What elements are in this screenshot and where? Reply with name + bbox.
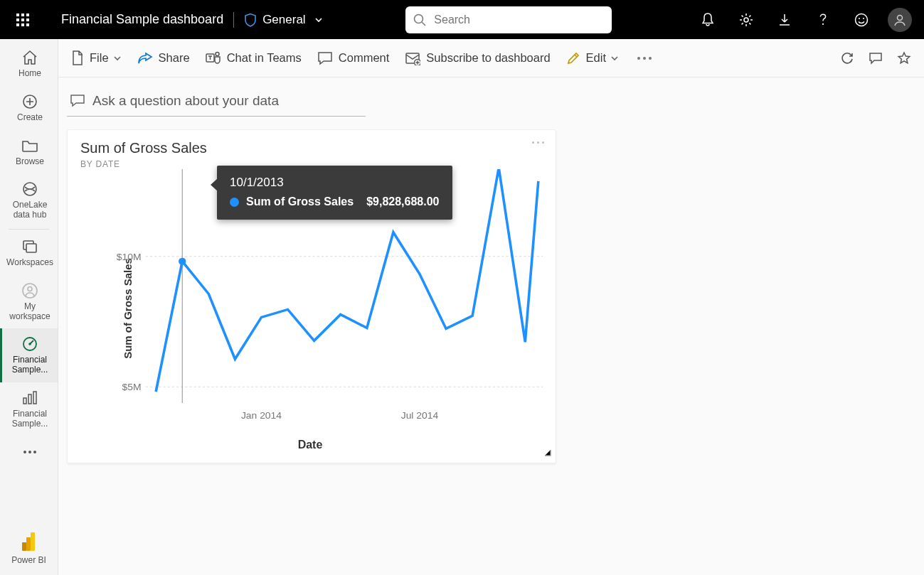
chart-area: Sum of Gross Sales $10M $5M xyxy=(78,169,543,447)
svg-line-1 xyxy=(423,22,426,26)
refresh-button[interactable] xyxy=(840,51,854,65)
svg-point-13 xyxy=(28,286,32,291)
svg-point-15 xyxy=(28,343,31,346)
svg-point-26 xyxy=(216,52,219,55)
svg-point-6 xyxy=(863,18,864,19)
tooltip-metric: Sum of Gross Sales xyxy=(246,195,354,208)
chevron-down-icon xyxy=(113,54,122,63)
comment-button[interactable]: Comment xyxy=(317,51,390,65)
nav-label: OneLake data hub xyxy=(4,200,56,220)
header-actions xyxy=(695,7,918,33)
svg-point-20 xyxy=(28,451,31,453)
nav-my-workspace[interactable]: My workspace xyxy=(0,275,58,329)
nav-browse[interactable]: Browse xyxy=(0,130,58,174)
svg-rect-24 xyxy=(22,542,26,551)
search-icon xyxy=(413,13,427,27)
breadcrumb: Financial Sample dashboard General xyxy=(40,12,323,28)
feedback-button[interactable] xyxy=(849,7,874,33)
svg-point-21 xyxy=(33,451,36,453)
toolbar-more-button[interactable] xyxy=(634,54,654,63)
home-icon xyxy=(21,49,38,66)
svg-rect-22 xyxy=(31,532,35,551)
star-icon xyxy=(897,51,911,65)
nav-more[interactable] xyxy=(0,436,58,468)
nav-label: Financial Sample... xyxy=(4,409,56,429)
dashboard-toolbar: File Share Chat in Teams Comment Subscri… xyxy=(58,39,924,77)
svg-text:$5M: $5M xyxy=(122,382,142,392)
download-icon xyxy=(777,13,792,27)
x-axis-label: Date xyxy=(298,439,323,451)
nav-onelake[interactable]: OneLake data hub xyxy=(0,173,58,227)
svg-point-4 xyxy=(856,14,868,26)
workspaces-icon xyxy=(21,238,38,255)
svg-point-0 xyxy=(415,14,423,23)
notifications-button[interactable] xyxy=(695,7,721,33)
comments-pane-button[interactable] xyxy=(869,52,883,65)
dashboard-title: Financial Sample dashboard xyxy=(40,12,223,27)
settings-button[interactable] xyxy=(733,7,759,33)
teams-icon xyxy=(206,51,221,65)
account-button[interactable] xyxy=(887,7,913,33)
file-icon xyxy=(71,50,84,66)
nav-workspaces[interactable]: Workspaces xyxy=(0,231,58,275)
comment-icon xyxy=(317,51,333,65)
bell-icon xyxy=(701,12,715,28)
shield-icon xyxy=(244,13,257,27)
nav-financial-dashboard[interactable]: Financial Sample... xyxy=(0,328,58,382)
svg-point-7 xyxy=(898,15,903,20)
search-box[interactable] xyxy=(405,6,612,33)
pencil-icon xyxy=(566,51,580,65)
svg-rect-18 xyxy=(33,392,36,404)
edit-menu[interactable]: Edit xyxy=(566,51,619,65)
gauge-icon xyxy=(21,335,38,353)
chevron-down-icon xyxy=(314,16,323,24)
file-menu[interactable]: File xyxy=(71,50,122,66)
svg-rect-23 xyxy=(26,537,31,551)
app-launcher-button[interactable] xyxy=(6,3,40,37)
chart-plot[interactable]: $10M $5M Jan 2014 Jul 2014 xyxy=(103,169,543,424)
search-input[interactable] xyxy=(432,13,605,27)
bar-chart-icon xyxy=(22,389,38,407)
subscribe-button[interactable]: Subscribe to dashboard xyxy=(405,51,550,65)
nav-sidebar: Home Create Browse OneLake data hub Work… xyxy=(0,39,58,575)
tooltip-value: $9,828,688.00 xyxy=(366,195,439,208)
powerbi-icon xyxy=(22,532,36,551)
share-icon xyxy=(137,52,153,65)
share-button[interactable]: Share xyxy=(137,51,190,65)
refresh-icon xyxy=(840,51,854,65)
resize-icon xyxy=(543,448,551,456)
resize-handle[interactable] xyxy=(543,447,551,458)
chart-tile[interactable]: Sum of Gross Sales By Date Sum of Gross … xyxy=(67,129,556,463)
avatar-icon xyxy=(888,8,912,32)
chevron-down-icon xyxy=(610,54,619,63)
folder-icon xyxy=(21,137,38,154)
tile-more-button[interactable] xyxy=(532,141,544,144)
nav-home[interactable]: Home xyxy=(0,42,58,86)
qna-input[interactable]: Ask a question about your data xyxy=(67,89,366,117)
favorite-button[interactable] xyxy=(897,51,911,65)
chat-teams-button[interactable]: Chat in Teams xyxy=(206,51,302,65)
app-header: Financial Sample dashboard General xyxy=(0,0,924,39)
download-button[interactable] xyxy=(772,7,797,33)
separator xyxy=(233,12,234,28)
nav-create[interactable]: Create xyxy=(0,86,58,130)
ellipsis-icon xyxy=(23,444,37,461)
nav-label: Browse xyxy=(16,157,44,167)
svg-rect-17 xyxy=(28,394,31,404)
sensitivity-dropdown[interactable]: General xyxy=(244,13,322,27)
nav-financial-report[interactable]: Financial Sample... xyxy=(0,382,58,436)
powerbi-brand[interactable]: Power BI xyxy=(0,525,58,575)
svg-point-34 xyxy=(179,258,186,265)
svg-point-2 xyxy=(744,18,748,22)
svg-text:Jan 2014: Jan 2014 xyxy=(241,410,282,421)
help-button[interactable] xyxy=(810,7,836,33)
chat-icon xyxy=(70,94,85,108)
chart-tooltip: 10/1/2013 Sum of Gross Sales $9,828,688.… xyxy=(217,166,452,220)
svg-point-3 xyxy=(822,23,824,24)
nav-label: Financial Sample... xyxy=(4,355,56,375)
svg-point-19 xyxy=(23,451,26,453)
nav-label: Create xyxy=(17,113,43,123)
create-icon xyxy=(21,93,38,110)
onelake-icon xyxy=(21,181,38,198)
content-area: File Share Chat in Teams Comment Subscri… xyxy=(58,39,924,575)
